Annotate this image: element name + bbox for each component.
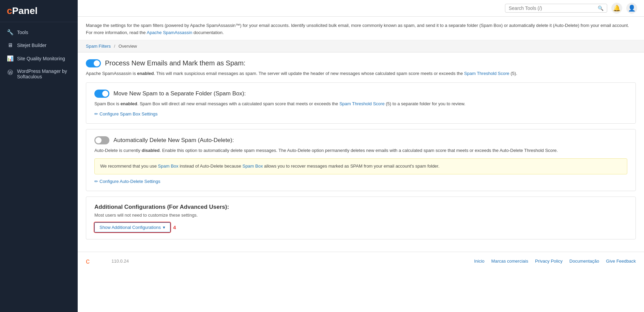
footer: cPanel 110.0.24 Inicio Marcas comerciais… [78, 252, 644, 270]
spam-threshold-link-2[interactable]: Spam Threshold Score [339, 101, 385, 106]
topbar: 🔍 🔔 👤 [78, 0, 644, 17]
footer-link-documentacao[interactable]: Documentação [569, 259, 599, 264]
footer-links: Inicio Marcas comerciais Privacy Policy … [474, 259, 636, 264]
tools-icon: 🔧 [7, 29, 14, 35]
auto-delete-toggle[interactable] [94, 136, 109, 144]
process-emails-title: Process New Emails and Mark them as Spam… [105, 59, 245, 67]
show-additional-highlight: Show Additional Configurations ▾ [94, 222, 170, 232]
footer-logo: cPanel 110.0.24 [86, 257, 129, 266]
configure-spam-box-icon: ✏ [94, 111, 98, 116]
sidebar-navigation: 🔧 Tools 🖥 Sitejet Builder 📊 Site Quality… [0, 22, 78, 312]
additional-config-badge: 4 [173, 224, 176, 230]
sitejet-icon: 🖥 [7, 42, 14, 48]
footer-link-marcas[interactable]: Marcas comerciais [491, 259, 528, 264]
footer-link-privacy[interactable]: Privacy Policy [535, 259, 563, 264]
sidebar-item-site-quality-label: Site Quality Monitoring [17, 56, 65, 61]
process-emails-toggle-slider [86, 59, 101, 67]
spam-threshold-link-1[interactable]: Spam Threshold Score [464, 71, 509, 76]
auto-delete-desc: Auto-Delete is currently disabled. Enabl… [94, 147, 627, 154]
spam-box-toggle[interactable] [94, 90, 109, 98]
cpanel-logo: cPanel [7, 5, 71, 16]
footer-logo-cp: c [86, 257, 90, 265]
sidebar: cPanel 🔧 Tools 🖥 Sitejet Builder 📊 Site … [0, 0, 78, 312]
sidebar-logo: cPanel [0, 0, 78, 22]
content-area: Manage the settings for the spam filters… [78, 17, 644, 312]
process-emails-toggle[interactable] [86, 59, 101, 67]
configure-auto-delete-link[interactable]: ✏ Configure Auto-Delete Settings [94, 179, 160, 184]
breadcrumb: Spam Filters / Overview [78, 40, 644, 52]
search-input[interactable] [509, 5, 598, 11]
sidebar-item-sitejet-label: Sitejet Builder [17, 43, 46, 48]
footer-link-inicio[interactable]: Inicio [474, 259, 484, 264]
spam-box-toggle-slider [94, 90, 109, 98]
spam-box-card: Move New Spam to a Separate Folder (Spam… [86, 82, 636, 124]
process-emails-header: Process New Emails and Mark them as Spam… [86, 59, 636, 67]
main-area: 🔍 🔔 👤 Manage the settings for the spam f… [78, 0, 644, 312]
wordpress-icon: Ⓦ [7, 69, 14, 76]
footer-version: 110.0.24 [111, 259, 129, 264]
footer-link-feedback[interactable]: Give Feedback [606, 259, 636, 264]
top-description: Manage the settings for the spam filters… [78, 17, 644, 40]
auto-delete-toggle-slider [94, 136, 109, 144]
sidebar-item-tools[interactable]: 🔧 Tools [0, 26, 78, 39]
process-emails-desc: Apache SpamAssassin is enabled. This wil… [86, 70, 636, 77]
additional-config-title: Additional Configurations (For Advanced … [94, 204, 627, 210]
configure-spam-box-link[interactable]: ✏ Configure Spam Box Settings [94, 111, 158, 116]
spam-box-title: Move New Spam to a Separate Folder (Spam… [113, 90, 246, 97]
show-additional-arrow: ▾ [163, 225, 165, 230]
sidebar-item-tools-label: Tools [17, 30, 28, 35]
breadcrumb-separator: / [114, 44, 117, 49]
additional-config-card: Additional Configurations (For Advanced … [86, 197, 636, 239]
sidebar-item-sitejet[interactable]: 🖥 Sitejet Builder [0, 39, 78, 52]
top-desc-text2: documentation. [192, 30, 224, 35]
sidebar-item-site-quality[interactable]: 📊 Site Quality Monitoring [0, 52, 78, 65]
show-additional-label: Show Additional Configurations [99, 225, 161, 230]
sidebar-item-wordpress[interactable]: Ⓦ WordPress Manager by Softaculous [0, 65, 78, 83]
content-inner: Manage the settings for the spam filters… [78, 17, 644, 312]
auto-delete-header: Automatically Delete New Spam (Auto-Dele… [94, 136, 627, 144]
configure-auto-delete-icon: ✏ [94, 179, 98, 184]
page-content: Process New Emails and Mark them as Spam… [78, 52, 644, 252]
sidebar-item-wordpress-label: WordPress Manager by Softaculous [17, 68, 71, 79]
site-quality-icon: 📊 [7, 55, 14, 62]
footer-logo-panel: Panel [90, 257, 109, 265]
search-wrap[interactable]: 🔍 [505, 4, 607, 13]
spam-box-warning-link-2[interactable]: Spam Box [242, 163, 263, 169]
additional-config-desc: Most users will not need to customize th… [94, 213, 627, 218]
spam-box-desc: Spam Box is enabled. Spam Box will direc… [94, 100, 627, 108]
auto-delete-card: Automatically Delete New Spam (Auto-Dele… [86, 129, 636, 191]
spam-box-warning-link-1[interactable]: Spam Box [158, 163, 179, 169]
user-icon[interactable]: 👤 [626, 3, 637, 14]
breadcrumb-parent-link[interactable]: Spam Filters [86, 44, 111, 49]
spam-box-header: Move New Spam to a Separate Folder (Spam… [94, 90, 627, 98]
logo-panel: Panel [12, 5, 38, 16]
show-additional-button[interactable]: Show Additional Configurations ▾ [94, 222, 170, 232]
auto-delete-warning: We recommend that you use Spam Box inste… [94, 158, 627, 174]
apache-spamassassin-link[interactable]: Apache SpamAssassin [147, 30, 192, 35]
logo-cp: c [7, 5, 12, 16]
notifications-icon[interactable]: 🔔 [611, 3, 622, 14]
search-icon[interactable]: 🔍 [598, 5, 603, 11]
breadcrumb-current: Overview [119, 44, 137, 49]
footer-cpanel-logo: cPanel [86, 257, 109, 266]
auto-delete-title: Automatically Delete New Spam (Auto-Dele… [113, 137, 234, 144]
